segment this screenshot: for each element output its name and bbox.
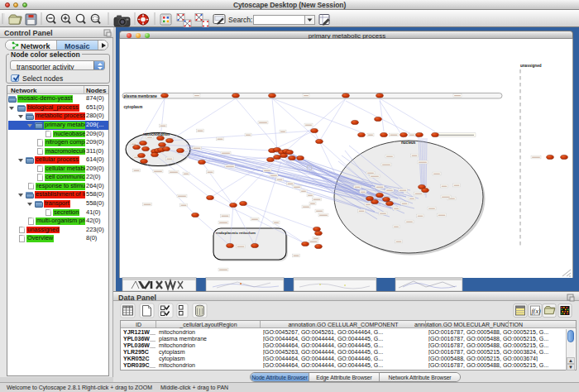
svg-text:f(x): f(x) [532,308,541,315]
svg-text:Search:: Search: [228,16,252,24]
svg-text:nucleus: nucleus [401,141,416,145]
svg-text:cytoplasm: cytoplasm [124,105,143,109]
svg-text:plasma membrane: plasma membrane [124,94,158,98]
svg-text:unassigned: unassigned [520,64,542,68]
svg-text:endoplasmic reticulum: endoplasmic reticulum [216,231,256,235]
